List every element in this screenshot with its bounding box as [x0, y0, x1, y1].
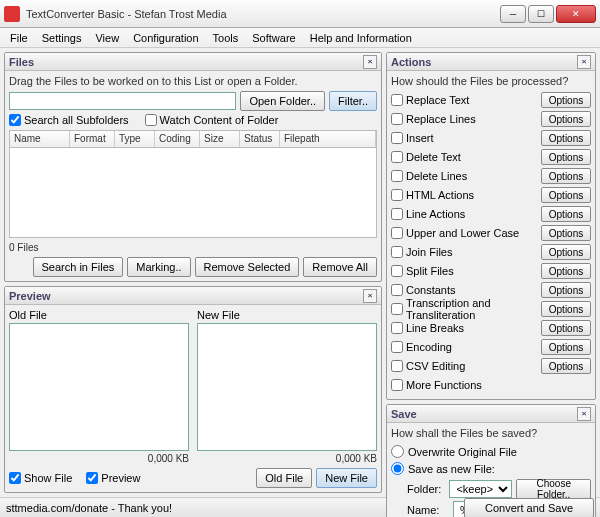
new-file-size: 0,000 KB	[197, 453, 377, 464]
action-3-options-button[interactable]: Options	[541, 149, 591, 165]
action-11-checkbox[interactable]: Transcription and Transliteration	[391, 297, 539, 321]
menu-tools[interactable]: Tools	[207, 30, 245, 46]
save-collapse-icon[interactable]: ×	[577, 407, 591, 421]
status-text: sttmedia.com/donate - Thank you!	[6, 502, 172, 514]
action-5-checkbox[interactable]: HTML Actions	[391, 189, 539, 201]
files-table-body[interactable]	[9, 148, 377, 238]
old-file-size: 0,000 KB	[9, 453, 189, 464]
preview-checkbox[interactable]: Preview	[86, 472, 140, 484]
action-13-checkbox[interactable]: Encoding	[391, 341, 539, 353]
action-9-options-button[interactable]: Options	[541, 263, 591, 279]
convert-save-button[interactable]: Convert and Save	[464, 498, 594, 518]
actions-collapse-icon[interactable]: ×	[577, 55, 591, 69]
action-15-checkbox[interactable]: More Functions	[391, 379, 591, 391]
files-collapse-icon[interactable]: ×	[363, 55, 377, 69]
action-12-checkbox[interactable]: Line Breaks	[391, 322, 539, 334]
close-button[interactable]: ✕	[556, 5, 596, 23]
actions-title: Actions	[391, 56, 431, 68]
app-icon	[4, 6, 20, 22]
show-file-checkbox[interactable]: Show File	[9, 472, 72, 484]
folder-select[interactable]: <keep>	[449, 480, 512, 498]
new-file-label: New File	[197, 309, 377, 321]
old-file-button[interactable]: Old File	[256, 468, 312, 488]
files-panel: Files × Drag the Files to be worked on t…	[4, 52, 382, 282]
action-10-checkbox[interactable]: Constants	[391, 284, 539, 296]
new-file-button[interactable]: New File	[316, 468, 377, 488]
action-10-options-button[interactable]: Options	[541, 282, 591, 298]
folder-path-input[interactable]	[9, 92, 236, 110]
action-8-checkbox[interactable]: Join Files	[391, 246, 539, 258]
action-0-options-button[interactable]: Options	[541, 92, 591, 108]
remove-selected-button[interactable]: Remove Selected	[195, 257, 300, 277]
action-2-options-button[interactable]: Options	[541, 130, 591, 146]
action-5-options-button[interactable]: Options	[541, 187, 591, 203]
menu-software[interactable]: Software	[246, 30, 301, 46]
action-8-options-button[interactable]: Options	[541, 244, 591, 260]
minimize-button[interactable]: ─	[500, 5, 526, 23]
action-9-checkbox[interactable]: Split Files	[391, 265, 539, 277]
new-file-textarea[interactable]	[197, 323, 377, 451]
files-table-header: Name Format Type Coding Size Status File…	[9, 130, 377, 148]
preview-title: Preview	[9, 290, 51, 302]
overwrite-radio[interactable]: Overwrite Original File	[391, 445, 591, 458]
remove-all-button[interactable]: Remove All	[303, 257, 377, 277]
status-bar: sttmedia.com/donate - Thank you! Convert…	[0, 497, 600, 517]
menu-configuration[interactable]: Configuration	[127, 30, 204, 46]
choose-folder-button[interactable]: Choose Folder..	[516, 479, 591, 499]
actions-hint: How should the Files be processed?	[391, 75, 591, 87]
marking-button[interactable]: Marking..	[127, 257, 190, 277]
old-file-textarea[interactable]	[9, 323, 189, 451]
action-14-checkbox[interactable]: CSV Editing	[391, 360, 539, 372]
file-count: 0 Files	[9, 242, 377, 253]
action-6-options-button[interactable]: Options	[541, 206, 591, 222]
title-bar: TextConverter Basic - Stefan Trost Media…	[0, 0, 600, 28]
maximize-button[interactable]: ☐	[528, 5, 554, 23]
action-4-options-button[interactable]: Options	[541, 168, 591, 184]
files-hint: Drag the Files to be worked on to this L…	[9, 75, 377, 87]
preview-panel: Preview × Old File 0,000 KB New File 0,0…	[4, 286, 382, 493]
action-1-checkbox[interactable]: Replace Lines	[391, 113, 539, 125]
old-file-label: Old File	[9, 309, 189, 321]
action-4-checkbox[interactable]: Delete Lines	[391, 170, 539, 182]
menu-bar: File Settings View Configuration Tools S…	[0, 28, 600, 48]
action-12-options-button[interactable]: Options	[541, 320, 591, 336]
filter-button[interactable]: Filter..	[329, 91, 377, 111]
action-14-options-button[interactable]: Options	[541, 358, 591, 374]
watch-folder-checkbox[interactable]: Watch Content of Folder	[145, 114, 279, 126]
open-folder-button[interactable]: Open Folder..	[240, 91, 325, 111]
search-subfolders-checkbox[interactable]: Search all Subfolders	[9, 114, 129, 126]
preview-collapse-icon[interactable]: ×	[363, 289, 377, 303]
menu-file[interactable]: File	[4, 30, 34, 46]
action-0-checkbox[interactable]: Replace Text	[391, 94, 539, 106]
action-2-checkbox[interactable]: Insert	[391, 132, 539, 144]
saveas-radio[interactable]: Save as new File:	[391, 462, 591, 475]
menu-settings[interactable]: Settings	[36, 30, 88, 46]
window-title: TextConverter Basic - Stefan Trost Media	[26, 8, 500, 20]
action-1-options-button[interactable]: Options	[541, 111, 591, 127]
files-title: Files	[9, 56, 34, 68]
action-13-options-button[interactable]: Options	[541, 339, 591, 355]
menu-view[interactable]: View	[89, 30, 125, 46]
action-7-options-button[interactable]: Options	[541, 225, 591, 241]
save-title: Save	[391, 408, 417, 420]
save-hint: How shall the Files be saved?	[391, 427, 591, 439]
menu-help[interactable]: Help and Information	[304, 30, 418, 46]
actions-panel: Actions × How should the Files be proces…	[386, 52, 596, 400]
action-3-checkbox[interactable]: Delete Text	[391, 151, 539, 163]
action-6-checkbox[interactable]: Line Actions	[391, 208, 539, 220]
action-11-options-button[interactable]: Options	[541, 301, 591, 317]
action-7-checkbox[interactable]: Upper and Lower Case	[391, 227, 539, 239]
search-in-files-button[interactable]: Search in Files	[33, 257, 124, 277]
